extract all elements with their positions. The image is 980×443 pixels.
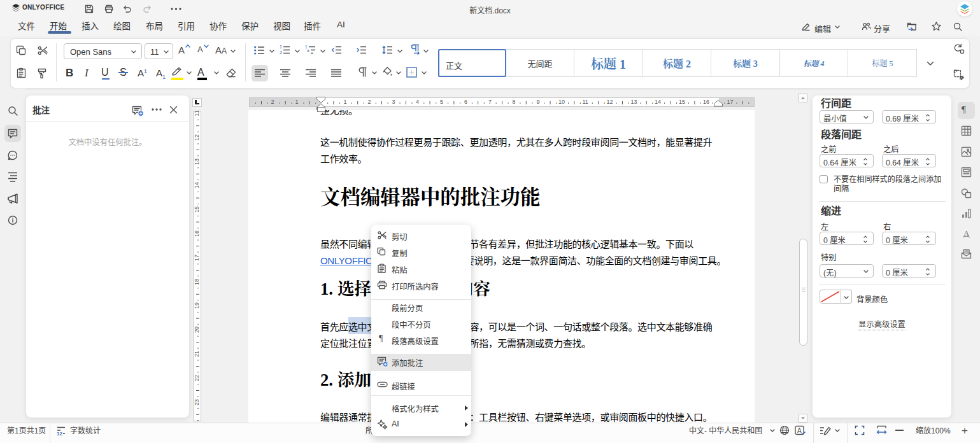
svg-text:1: 1: [280, 45, 282, 49]
svg-text:2: 2: [280, 50, 282, 55]
svg-text:a: a: [307, 48, 309, 53]
svg-text:12: 12: [57, 431, 62, 437]
svg-text:A: A: [797, 427, 802, 434]
